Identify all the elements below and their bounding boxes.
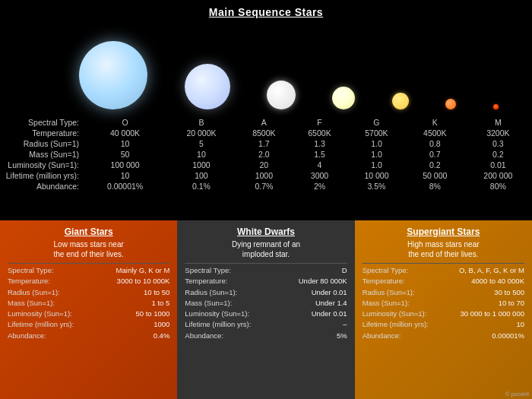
label-lifetime: Lifetime (million yrs): [0,170,84,181]
credit-text: © poolell [505,391,529,397]
panel-white-dwarf: White Dwarfs Dying remnant of animploded… [177,220,354,399]
val-G-temp: 5700K [347,128,406,138]
wd-row-mass: Mass (Sun=1): Under 1.4 [185,298,347,309]
giant-label-life: Lifetime (million yrs): [8,319,74,330]
val-F-mass: 1.5 [292,149,347,160]
val-O-abund: 0.00001% [84,181,166,192]
val-K-lum: 0.2 [406,160,464,170]
star-K [445,99,456,109]
val-O-radius: 10 [84,138,166,149]
giant-label-radius: Radius (Sun=1): [8,287,60,298]
giant-label-mass: Mass (Sun=1): [8,298,55,309]
giant-label-abund: Abundance: [8,331,46,341]
wd-val-spectral: D [342,265,347,276]
giant-val-radius: 10 to 50 [144,287,169,298]
row-radius: Radius (Sun=1) 10 5 1.7 1.3 1.0 0.8 0.3 [0,138,532,149]
white-dwarf-subtitle: Dying remnant of animploded star. [185,239,347,259]
sg-val-radius: 30 to 500 [494,287,524,298]
sg-row-spectral: Spectral Type: O, B, A, F, G, K or M [363,265,524,276]
supergiant-data: Spectral Type: O, B, A, F, G, K or M Tem… [363,265,524,341]
sg-row-mass: Mass (Sun=1): 10 to 70 [363,298,524,309]
sg-val-temp: 4000 to 40 000K [471,276,524,287]
val-M-temp: 3200K [464,128,532,138]
val-G-type: G [347,117,406,128]
star-B [185,64,230,109]
wd-label-mass: Mass (Sun=1): [185,298,232,309]
wd-val-lum: Under 0.01 [312,309,347,319]
wd-row-abund: Abundance: 5% [185,331,347,341]
wd-label-lum: Luminosity (Sun=1): [185,309,249,319]
bottom-section: Giant Stars Low mass stars nearthe end o… [0,220,532,399]
val-A-abund: 0.7% [236,181,292,192]
val-F-radius: 1.3 [292,138,347,149]
label-temp: Temperature: [0,128,84,138]
wd-row-radius: Radius (Sun=1): Under 0.01 [185,287,347,298]
sg-val-spectral: O, B, A, F, G, K or M [459,265,524,276]
val-A-type: A [236,117,292,128]
val-O-temp: 40 000K [84,128,166,138]
val-K-temp: 4500K [406,128,464,138]
white-dwarf-title: White Dwarfs [185,226,347,237]
sg-row-abund: Abundance: 0.00001% [363,331,524,341]
val-M-mass: 0.2 [464,149,532,160]
giant-label-temp: Temperature: [8,276,50,287]
val-F-abund: 2% [292,181,347,192]
row-mass: Mass (Sun=1) 50 10 2.0 1.5 1.0 0.7 0.2 [0,149,532,160]
val-K-abund: 8% [406,181,464,192]
val-B-abund: 0.1% [166,181,236,192]
wd-val-radius: Under 0.01 [312,287,347,298]
val-G-life: 10 000 [347,170,406,181]
val-M-type: M [464,117,532,128]
label-radius: Radius (Sun=1) [0,138,84,149]
val-A-mass: 2.0 [236,149,292,160]
val-K-radius: 0.8 [406,138,464,149]
sg-label-abund: Abundance: [363,331,401,341]
giant-row-lum: Luminosity (Sun=1): 50 to 1000 [8,309,169,319]
giant-val-temp: 3000 to 10 000K [117,276,170,287]
giant-val-spectral: Mainly G, K or M [116,265,170,276]
sg-label-lum: Luminosity (Sun=1): [363,309,427,319]
sg-row-radius: Radius (Sun=1): 30 to 500 [363,287,524,298]
sg-label-mass: Mass (Sun=1): [363,298,410,309]
wd-label-abund: Abundance: [185,331,223,341]
val-A-radius: 1.7 [236,138,292,149]
label-spectral: Spectral Type: [0,117,84,128]
val-K-life: 50 000 [406,170,464,181]
wd-label-radius: Radius (Sun=1): [185,287,237,298]
sg-row-life: Lifetime (million yrs): 10 [363,319,524,330]
val-F-life: 3000 [292,170,347,181]
row-temperature: Temperature: 40 000K 20 000K 8500K 6500K… [0,128,532,138]
val-O-life: 10 [84,170,166,181]
giant-val-lum: 50 to 1000 [135,309,169,319]
sg-val-abund: 0.00001% [492,331,524,341]
star-O [79,41,147,109]
white-dwarf-data: Spectral Type: D Temperature: Under 80 0… [185,265,347,341]
sg-label-spectral: Spectral Type: [363,265,409,276]
wd-label-spectral: Spectral Type: [185,265,231,276]
giant-subtitle: Low mass stars nearthe end of their live… [8,239,169,259]
sg-val-life: 10 [516,319,524,330]
val-O-mass: 50 [84,149,166,160]
val-M-life: 200 000 [464,170,532,181]
val-A-temp: 8500K [236,128,292,138]
star-A [267,81,296,109]
val-F-temp: 6500K [292,128,347,138]
wd-label-temp: Temperature: [185,276,227,287]
val-B-temp: 20 000K [166,128,236,138]
sg-label-life: Lifetime (million yrs): [363,319,429,330]
val-K-type: K [406,117,464,128]
giant-row-spectral: Spectral Type: Mainly G, K or M [8,265,169,276]
sg-val-lum: 30 000 to 1 000 000 [460,309,524,319]
giant-val-mass: 1 to 5 [152,298,170,309]
sg-row-lum: Luminosity (Sun=1): 30 000 to 1 000 000 [363,309,524,319]
supergiant-divider [363,263,524,264]
giant-row-temp: Temperature: 3000 to 10 000K [8,276,169,287]
val-G-abund: 3.5% [347,181,406,192]
val-M-abund: 80% [464,181,532,192]
star-G [392,93,409,109]
val-B-radius: 5 [166,138,236,149]
label-abundance: Abundance: [0,181,84,192]
giant-row-abund: Abundance: 0.4% [8,331,169,341]
val-B-life: 100 [166,170,236,181]
row-abundance: Abundance: 0.00001% 0.1% 0.7% 2% 3.5% 8%… [0,181,532,192]
